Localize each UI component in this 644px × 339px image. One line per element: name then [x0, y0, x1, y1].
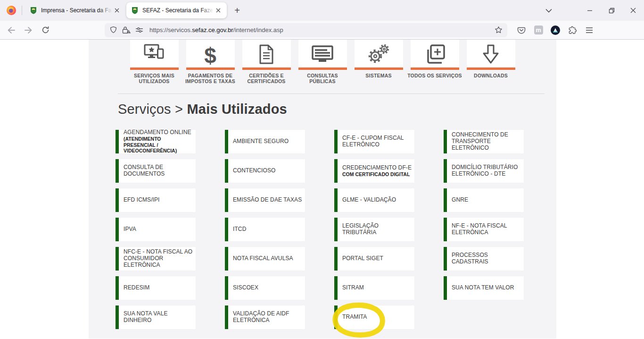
url-domain: sefaz.ce.gov.br [192, 26, 233, 34]
service-label: PORTAL SIGET [342, 255, 413, 262]
nav-tile-todos-os-servicos[interactable]: TODOS OS SERVIÇOS [407, 40, 463, 85]
browser-tab-active[interactable]: SEFAZ - Secretaria da Fazenda d [126, 2, 227, 18]
browser-chrome: Imprensa - Secretaria da Fazend SEFAZ - … [0, 0, 644, 40]
minimize-button[interactable] [579, 0, 601, 21]
service-button-glme-validacao[interactable]: GLME - VALIDAÇÃO [334, 188, 414, 212]
service-button-gnre[interactable]: GNRE [444, 188, 524, 212]
new-tab-button[interactable]: + [230, 3, 245, 18]
service-label: TRAMITA [342, 314, 413, 321]
service-button-agendamento-online[interactable]: AGENDAMENTO ONLINE (ATENDIMENTO PRESENCI… [116, 130, 196, 153]
toolbar-extensions-area: m [514, 23, 597, 38]
monitor-star-icon [143, 43, 165, 67]
forward-button[interactable] [21, 23, 36, 38]
nav-tile-consultas-publicas[interactable]: CONSULTAS PÚBLICAS [295, 40, 351, 85]
service-button-nfc-e-nota-fiscal-ao-consumidor-eletronica[interactable]: NFC-E - NOTA FISCAL AO CONSUMIDOR ELETRÔ… [116, 247, 196, 271]
service-label: CONSULTA DE DOCUMENTOS [124, 164, 194, 178]
nav-tile-downloads[interactable]: DOWNLOADS [463, 40, 519, 85]
firefox-logo-icon[interactable] [3, 3, 20, 18]
ceara-crest-icon [30, 7, 37, 14]
content-container: SERVIÇOS MAIS UTILIZADOS $ PAGAMENTOS DE… [89, 40, 556, 339]
service-button-domicilio-tributario-eletronico-dte[interactable]: DOMICÍLIO TRIBUTÁRIO ELETRÔNICO - DTE [444, 159, 524, 183]
browser-tab-0[interactable]: Imprensa - Secretaria da Fazend [25, 2, 125, 18]
tile-accent-bar [186, 68, 235, 70]
service-button-nota-fiscal-avulsa[interactable]: NOTA FISCAL AVULSA [225, 247, 305, 271]
service-label: LEGISLAÇÃO TRIBUTÁRIA [342, 223, 413, 236]
tab-strip: Imprensa - Secretaria da Fazend SEFAZ - … [0, 0, 644, 21]
service-label: NOTA FISCAL AVULSA [233, 255, 303, 262]
service-button-processos-cadastrais[interactable]: PROCESSOS CADASTRAIS [444, 247, 524, 271]
service-label: CONHECIMENTO DE TRANSPORTE ELETRÔNICO [452, 132, 522, 152]
service-button-conhecimento-de-transporte-eletronico[interactable]: CONHECIMENTO DE TRANSPORTE ELETRÔNICO [444, 130, 524, 153]
tab-close-icon[interactable] [214, 6, 223, 15]
breadcrumb-current: Mais Utilizados [187, 102, 287, 117]
service-label: SUA NOTA VALE DINHEIRO [124, 311, 194, 324]
service-button-portal-siget[interactable]: PORTAL SIGET [334, 247, 414, 271]
nav-tile-pagamentos-de-impostos-e-taxas[interactable]: $ PAGAMENTOS DE IMPOSTOS E TAXAS [182, 40, 239, 85]
service-sublabel: COM CERTIFICADO DIGITAL [342, 171, 413, 177]
tile-accent-bar [467, 68, 515, 70]
bookmark-star-icon[interactable] [495, 26, 503, 34]
tab-strip-tabs: Imprensa - Secretaria da Fazend SEFAZ - … [25, 2, 227, 18]
service-label: SISCOEX [233, 285, 303, 291]
nav-tile-sistemas[interactable]: SISTEMAS [351, 40, 407, 85]
back-button[interactable] [4, 23, 19, 38]
page-body: SERVIÇOS MAIS UTILIZADOS $ PAGAMENTOS DE… [0, 40, 644, 339]
service-button-emissao-de-dae-taxas[interactable]: EMISSÃO DE DAE TAXAS [225, 188, 305, 212]
site-permissions-icon[interactable] [135, 27, 143, 33]
tile-accent-bar [130, 68, 179, 70]
lock-warning-icon[interactable] [122, 26, 131, 34]
service-button-siscoex[interactable]: SISCOEX [225, 276, 305, 300]
section-divider [118, 93, 545, 94]
service-button-itcd[interactable]: ITCD [225, 218, 305, 241]
service-label: ITCD [233, 226, 303, 233]
service-button-sitram[interactable]: SITRAM [334, 276, 414, 300]
restore-button[interactable] [601, 0, 622, 21]
service-label: SITRAM [342, 285, 413, 291]
extensions-puzzle-icon[interactable] [565, 23, 580, 38]
pocket-icon[interactable] [514, 23, 529, 38]
menu-hamburger-icon[interactable] [582, 23, 597, 38]
service-button-redesim[interactable]: REDESIM [116, 276, 196, 300]
tile-label: PAGAMENTOS DE IMPOSTOS E TAXAS [182, 73, 239, 85]
service-label: DOMICÍLIO TRIBUTÁRIO ELETRÔNICO - DTE [452, 164, 522, 178]
service-button-consulta-de-documentos[interactable]: CONSULTA DE DOCUMENTOS [116, 159, 196, 183]
service-sublabel: (ATENDIMENTO PRESENCIAL / VIDEOCONFERÊNC… [124, 136, 194, 153]
extension-m-icon[interactable]: m [531, 23, 546, 38]
service-button-credenciamento-df-e[interactable]: CREDENCIAMENTO DF-E COM CERTIFICADO DIGI… [334, 159, 414, 183]
service-label: GNRE [452, 197, 522, 203]
service-label: VALIDAÇÃO DE AIDF ELETRÔNICA [233, 311, 303, 324]
nav-tile-certidoes-e-certificados[interactable]: CERTIDÕES E CERTIFICADOS [239, 40, 295, 85]
reload-button[interactable] [38, 23, 53, 38]
service-button-tramita[interactable]: TRAMITA [334, 305, 414, 329]
list-all-tabs-button[interactable] [540, 3, 557, 18]
service-label: AMBIENTE SEGURO [233, 138, 303, 145]
service-button-nf-e-nota-fiscal-eletronica[interactable]: NF-E - NOTA FISCAL ELETRÔNICA [444, 218, 524, 241]
ceara-crest-icon [131, 7, 139, 14]
service-button-ambiente-seguro[interactable]: AMBIENTE SEGURO [225, 130, 305, 153]
tile-label: CONSULTAS PÚBLICAS [295, 73, 351, 85]
service-button-cf-e-cupom-fiscal-eletronico[interactable]: CF-E - CUPOM FISCAL ELETRÔNICO [334, 130, 414, 153]
url-prefix: https://servicos. [149, 26, 192, 34]
tab-close-icon[interactable] [112, 6, 122, 15]
extension-a-icon[interactable] [548, 23, 563, 38]
document-icon [257, 44, 275, 67]
services-grid: AGENDAMENTO ONLINE (ATENDIMENTO PRESENCI… [116, 130, 556, 329]
service-label: AGENDAMENTO ONLINE [124, 129, 194, 136]
top-nav-tiles: SERVIÇOS MAIS UTILIZADOS $ PAGAMENTOS DE… [89, 40, 556, 85]
close-window-button[interactable] [622, 0, 644, 21]
service-button-sua-nota-tem-valor[interactable]: SUA NOTA TEM VALOR [444, 276, 524, 300]
service-button-contencioso[interactable]: CONTENCIOSO [225, 159, 305, 183]
tracking-shield-icon[interactable] [109, 26, 117, 34]
nav-tile-servicos-mais-utilizados[interactable]: SERVIÇOS MAIS UTILIZADOS [126, 40, 182, 85]
gears-icon [367, 44, 390, 67]
tile-label: DOWNLOADS [474, 73, 508, 78]
service-button-ipva[interactable]: IPVA [116, 218, 196, 241]
service-button-validacao-de-aidf-eletronica[interactable]: VALIDAÇÃO DE AIDF ELETRÔNICA [225, 305, 305, 329]
service-button-sua-nota-vale-dinheiro[interactable]: SUA NOTA VALE DINHEIRO [116, 305, 196, 329]
navigation-toolbar: https://servicos.sefaz.ce.gov.br/interne… [0, 21, 644, 40]
service-button-efd-icms-ipi[interactable]: EFD ICMS/IPI [116, 188, 196, 212]
url-bar[interactable]: https://servicos.sefaz.ce.gov.br/interne… [105, 23, 507, 37]
tile-label: CERTIDÕES E CERTIFICADOS [239, 73, 295, 85]
service-button-legislacao-tributaria[interactable]: LEGISLAÇÃO TRIBUTÁRIA [334, 218, 414, 241]
tile-accent-bar [242, 68, 291, 70]
